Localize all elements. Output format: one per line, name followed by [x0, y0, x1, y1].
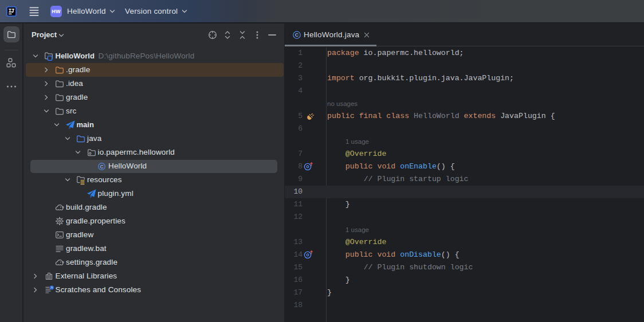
svg-text:C: C	[295, 32, 299, 38]
svg-text:C: C	[100, 163, 103, 169]
